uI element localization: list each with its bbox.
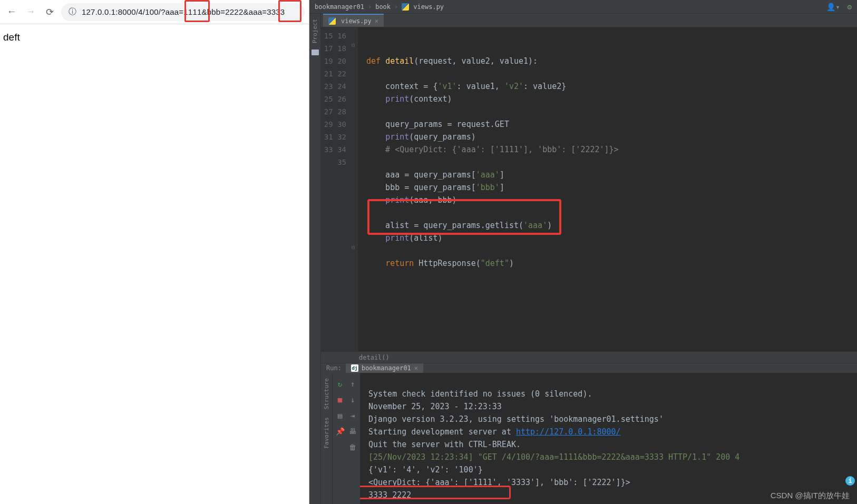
pin-icon[interactable]: 📌: [334, 426, 346, 437]
fold-close-icon[interactable]: ⊟: [352, 244, 355, 250]
browser-pane: ← → ⟳ ⓘ 127.0.0.1:8000/4/100/?aaa=1111&b…: [0, 0, 309, 504]
structure-tool-button[interactable]: Structure: [323, 376, 330, 412]
ide-breadcrumb-bar: bookmanager01 › book › views.py 👤▾ ⚙: [309, 0, 857, 14]
run-toolbar: ↻↑ ■↓ ▤⇥ 📌🖶 🗑: [333, 373, 360, 504]
highlight-box-code: [367, 199, 561, 235]
ide-pane: bookmanager01 › book › views.py 👤▾ ⚙ Pro…: [309, 0, 857, 504]
run-tab-label: bookmanager01: [362, 364, 411, 372]
code-breadcrumb: detail(): [321, 351, 857, 363]
python-file-icon: [328, 17, 336, 25]
reload-button[interactable]: ⟳: [42, 5, 57, 19]
project-tool-button[interactable]: Project: [311, 17, 318, 45]
user-icon[interactable]: 👤▾: [826, 3, 840, 11]
fold-open-icon[interactable]: ⊟: [352, 42, 355, 48]
python-file-icon: [402, 3, 409, 11]
stop-icon[interactable]: ■: [334, 394, 346, 406]
code-area[interactable]: def detail(request, value2, value1): con…: [358, 27, 857, 351]
breadcrumb-folder[interactable]: book: [375, 3, 391, 11]
address-bar[interactable]: ⓘ 127.0.0.1:8000/4/100/?aaa=1111&bbb=222…: [61, 3, 305, 21]
run-output[interactable]: System check identified no issues (0 sil…: [360, 373, 857, 504]
code-editor[interactable]: 15 16 17 18 19 20 21 22 23 24 25 26 27 2…: [321, 27, 857, 351]
browser-toolbar: ← → ⟳ ⓘ 127.0.0.1:8000/4/100/?aaa=1111&b…: [0, 0, 309, 24]
close-icon[interactable]: ×: [414, 364, 418, 372]
fold-column: ⊟ ⊟: [350, 27, 358, 351]
run-header: Run: dj bookmanager01 ×: [321, 363, 857, 373]
breadcrumb-file[interactable]: views.py: [413, 3, 444, 11]
forward-button[interactable]: →: [23, 5, 38, 19]
tab-label: views.py: [341, 17, 372, 25]
down-icon[interactable]: ↓: [347, 394, 358, 406]
left-tool-strip: Project: [309, 14, 321, 504]
info-badge-icon[interactable]: i: [845, 476, 855, 486]
page-text: deft: [3, 32, 20, 43]
settings-icon[interactable]: ⚙: [848, 3, 852, 11]
print-icon[interactable]: 🖶: [347, 426, 358, 437]
bottom-tool-strip: Structure Favorites: [321, 373, 333, 504]
server-url-link[interactable]: http://127.0.0.1:8000/: [516, 427, 621, 437]
page-body: deft: [0, 24, 309, 51]
rerun-icon[interactable]: ↻: [334, 378, 346, 390]
back-button[interactable]: ←: [4, 5, 19, 19]
info-icon: ⓘ: [69, 7, 76, 17]
run-label: Run:: [326, 364, 342, 372]
close-icon[interactable]: ×: [375, 17, 378, 25]
function-crumb[interactable]: detail(): [359, 354, 389, 361]
line-gutter: 15 16 17 18 19 20 21 22 23 24 25 26 27 2…: [321, 27, 350, 351]
url-text: 127.0.0.1:8000/4/100/?aaa=1111&bbb=2222&…: [82, 7, 285, 16]
run-config-tab[interactable]: dj bookmanager01 ×: [346, 363, 423, 373]
run-panel: Run: dj bookmanager01 × Structure Favori…: [321, 363, 857, 504]
trash-icon[interactable]: 🗑: [347, 441, 358, 453]
favorites-tool-button[interactable]: Favorites: [323, 415, 330, 451]
export-icon[interactable]: ⇥: [347, 410, 358, 421]
django-icon: dj: [351, 364, 358, 372]
up-icon[interactable]: ↑: [347, 378, 358, 390]
chevron-icon: ›: [368, 3, 372, 11]
layout-icon[interactable]: ▤: [334, 410, 346, 421]
watermark: CSDN @搞IT的放牛娃: [771, 491, 850, 501]
tab-views-py[interactable]: views.py ×: [323, 14, 384, 27]
blank-icon: [334, 441, 346, 453]
editor-tabs: views.py ×: [321, 14, 857, 27]
highlight-box-output: [360, 486, 511, 499]
chevron-icon: ›: [394, 3, 398, 11]
breadcrumb-root[interactable]: bookmanager01: [315, 3, 364, 11]
folder-icon[interactable]: [311, 50, 319, 55]
